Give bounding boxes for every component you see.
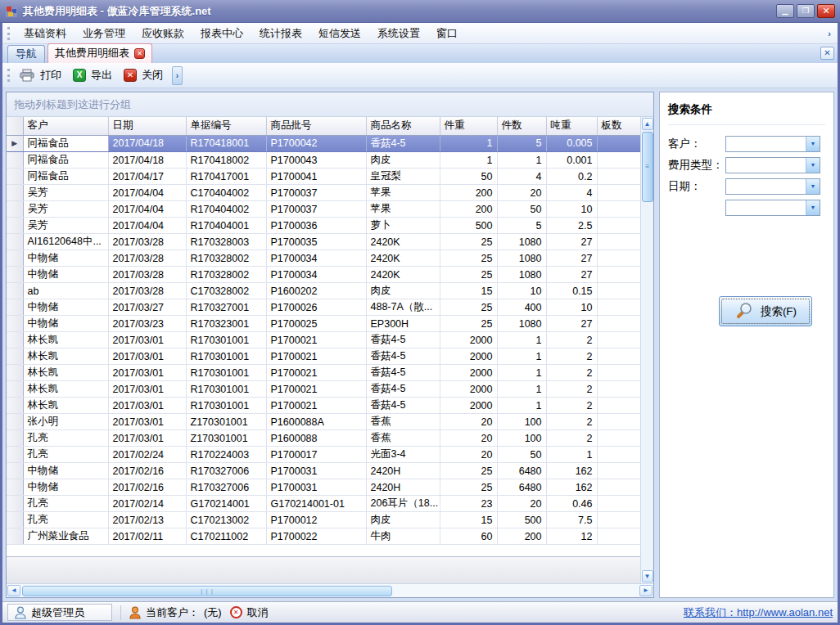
grid-cell[interactable]: R170328002 [186, 250, 266, 267]
grid-cell[interactable]: 孔亮 [23, 512, 108, 528]
grid-cell[interactable]: 200 [440, 185, 497, 201]
table-row[interactable]: 吴芳2017/04/04R170404002P1700037苹果2005010 [7, 201, 640, 218]
grid-cell[interactable]: Z170301001 [186, 430, 266, 447]
menu-item-0[interactable]: 基础资料 [16, 23, 75, 44]
grid-cell[interactable]: 1 [546, 447, 597, 463]
table-row[interactable]: 孔亮2017/02/14G170214001G170214001-01206耳片… [7, 496, 640, 512]
search-field-combo-2[interactable]: ▼ [725, 178, 820, 195]
grid-cell[interactable]: 香菇4-5 [366, 348, 440, 365]
grid-cell[interactable]: R170327006 [186, 479, 266, 496]
table-row[interactable]: 同福食品2017/04/17R170417001P1700041皇冠梨5040.… [7, 169, 640, 185]
grid-cell[interactable]: 0.001 [546, 152, 597, 169]
grid-cell[interactable]: C170213002 [186, 512, 266, 528]
grid-cell[interactable]: 香蕉 [366, 414, 440, 430]
grid-cell[interactable] [597, 496, 640, 512]
grid-cell[interactable]: 50 [497, 447, 546, 463]
grid-cell[interactable]: 2017/03/01 [108, 348, 186, 365]
cancel-action[interactable]: ✕ 取消 [230, 605, 269, 620]
grid-cell[interactable]: 2017/03/01 [108, 430, 186, 447]
table-row[interactable]: ab2017/03/28C170328002P1600202肉皮15100.15 [7, 283, 640, 299]
grid-cell[interactable]: 2017/02/11 [108, 528, 186, 545]
grid-cell[interactable]: R170323001 [186, 316, 266, 332]
grid-cell[interactable]: 488-7A（散... [366, 299, 440, 316]
table-row[interactable]: 广州菜业食品2017/02/11C170211002P1700022牛肉6020… [7, 528, 640, 545]
grid-cell[interactable] [597, 152, 640, 169]
grid-cell[interactable]: R170418002 [186, 152, 266, 169]
grid-cell[interactable]: 肉皮 [366, 152, 440, 169]
grid-cell[interactable]: 2 [546, 348, 597, 365]
grid-cell[interactable]: 林长凯 [23, 332, 108, 348]
grid-cell[interactable]: 2017/02/13 [108, 512, 186, 528]
grid-cell[interactable]: C170328002 [186, 283, 266, 299]
table-row[interactable]: 林长凯2017/03/01R170301001P1700021香菇4-52000… [7, 398, 640, 414]
grid-cell[interactable]: 中物储 [23, 316, 108, 332]
grid-cell[interactable]: EP300H [366, 316, 440, 332]
grid-cell[interactable]: 1 [497, 332, 546, 348]
grid-cell[interactable]: 27 [546, 267, 597, 283]
grid-cell[interactable]: 6480 [497, 463, 546, 479]
grid-cell[interactable] [597, 463, 640, 479]
grid-cell[interactable]: 2017/04/18 [108, 136, 186, 152]
grid-cell[interactable]: 2017/04/04 [108, 201, 186, 218]
grid-cell[interactable]: P1700026 [266, 299, 366, 316]
grid-cell[interactable] [597, 299, 640, 316]
grid-cell[interactable]: 162 [546, 463, 597, 479]
grid-cell[interactable]: 100 [497, 414, 546, 430]
grid-cell[interactable]: 2017/03/28 [108, 283, 186, 299]
grid-cell[interactable]: 2000 [440, 398, 497, 414]
grid-cell[interactable]: 10 [497, 283, 546, 299]
grid-cell[interactable]: R170301001 [186, 365, 266, 381]
grid-cell[interactable]: 2420H [366, 463, 440, 479]
grid-cell[interactable]: 15 [440, 283, 497, 299]
grid-cell[interactable]: 0.46 [546, 496, 597, 512]
grid-cell[interactable]: 2017/03/23 [108, 316, 186, 332]
grid-cell[interactable]: 162 [546, 479, 597, 496]
grid-cell[interactable]: 2000 [440, 332, 497, 348]
grid-cell[interactable]: 60 [440, 528, 497, 545]
table-row[interactable]: 孔亮2017/02/13C170213002P1700012肉皮155007.5 [7, 512, 640, 528]
combo-dropdown-icon[interactable]: ▼ [806, 158, 820, 173]
grid-cell[interactable]: P1700021 [266, 332, 366, 348]
table-row[interactable]: 林长凯2017/03/01R170301001P1700021香菇4-52000… [7, 365, 640, 381]
grid-cell[interactable]: 香菇4-5 [366, 381, 440, 398]
grid-cell[interactable]: 孔亮 [23, 430, 108, 447]
grid-cell[interactable]: Z170301001 [186, 414, 266, 430]
grid-cell[interactable]: R170301001 [186, 348, 266, 365]
grid-cell[interactable]: 2 [546, 381, 597, 398]
table-row[interactable]: ▶同福食品2017/04/18R170418001P1700042香菇4-515… [7, 136, 640, 152]
grid-cell[interactable]: 2420K [366, 267, 440, 283]
grid-cell[interactable]: P1700036 [266, 218, 366, 234]
grid-cell[interactable]: ab [23, 283, 108, 299]
grid-cell[interactable]: 广州菜业食品 [23, 528, 108, 545]
grid-cell[interactable]: 1080 [497, 316, 546, 332]
grid-cell[interactable]: 5 [497, 136, 546, 152]
table-row[interactable]: 中物储2017/03/23R170323001P1700025EP300H251… [7, 316, 640, 332]
grid-cell[interactable]: 孔亮 [23, 496, 108, 512]
grid-cell[interactable]: 20 [440, 447, 497, 463]
grid-cell[interactable] [597, 512, 640, 528]
grid-cell[interactable]: 苹果 [366, 201, 440, 218]
grid-cell[interactable] [597, 365, 640, 381]
grid-cell[interactable]: 25 [440, 463, 497, 479]
grid-cell[interactable]: 2017/03/01 [108, 365, 186, 381]
grid-cell[interactable]: 林长凯 [23, 365, 108, 381]
grid-cell[interactable]: 同福食品 [23, 169, 108, 185]
grid-cell[interactable] [597, 348, 640, 365]
grid-cell[interactable]: 20 [440, 414, 497, 430]
grid-cell[interactable]: 200 [497, 528, 546, 545]
grid-cell[interactable] [597, 185, 640, 201]
grid-cell[interactable]: 5 [497, 218, 546, 234]
grid-cell[interactable]: 2017/04/18 [108, 152, 186, 169]
grid-cell[interactable]: P1700021 [266, 348, 366, 365]
search-button[interactable]: 搜索(F) [719, 296, 812, 326]
grid-cell[interactable] [597, 430, 640, 447]
menu-item-6[interactable]: 系统设置 [369, 23, 428, 44]
table-row[interactable]: 林长凯2017/03/01R170301001P1700021香菇4-52000… [7, 348, 640, 365]
scroll-down-icon[interactable]: ▼ [642, 570, 653, 582]
grid-cell[interactable]: R170327001 [186, 299, 266, 316]
grid-cell[interactable]: 50 [497, 201, 546, 218]
scroll-left-icon[interactable]: ◄ [7, 585, 20, 596]
grid-cell[interactable]: 0.005 [546, 136, 597, 152]
column-header-1[interactable]: 日期 [108, 117, 186, 135]
grid-cell[interactable]: 2017/03/01 [108, 414, 186, 430]
